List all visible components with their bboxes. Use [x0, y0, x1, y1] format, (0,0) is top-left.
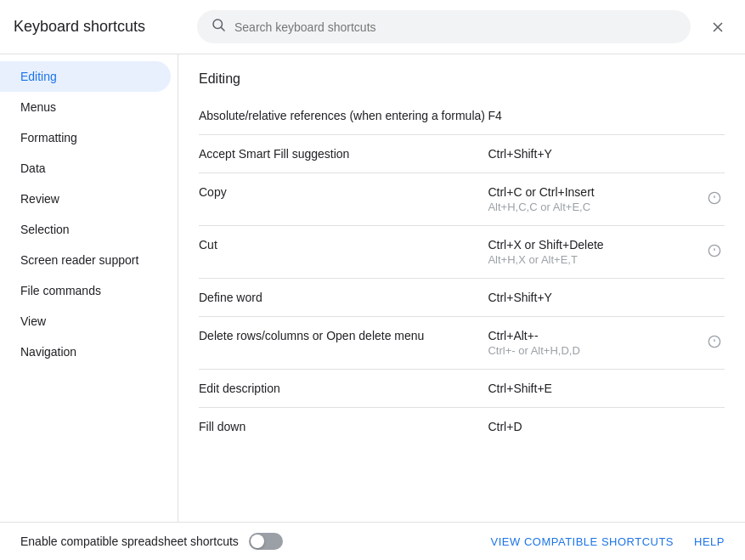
shortcut-name: Fill down	[199, 408, 488, 446]
shortcut-key: Ctrl+Shift+Y	[488, 279, 725, 317]
info-icon[interactable]	[708, 335, 721, 352]
table-row: Define wordCtrl+Shift+Y	[199, 279, 725, 317]
shortcut-key: Ctrl+Alt+-Ctrl+- or Alt+H,D,D	[488, 317, 725, 370]
shortcut-primary-key: Ctrl+C or Ctrl+Insert	[488, 185, 725, 199]
shortcut-name: Cut	[199, 226, 488, 279]
shortcut-key: Ctrl+Shift+Y	[488, 135, 725, 173]
shortcut-key: F4	[488, 97, 725, 135]
table-row: Delete rows/columns or Open delete menuC…	[199, 317, 725, 370]
shortcut-key: Ctrl+X or Shift+DeleteAlt+H,X or Alt+E,T	[488, 226, 725, 279]
shortcut-primary-key: F4	[488, 109, 725, 122]
shortcut-primary-key: Ctrl+Shift+Y	[488, 291, 725, 304]
table-row: Absolute/relative references (when enter…	[199, 97, 725, 135]
toggle-knob	[251, 535, 264, 548]
sidebar: EditingMenusFormattingDataReviewSelectio…	[0, 54, 178, 522]
sidebar-item-screen-reader[interactable]: Screen reader support	[0, 245, 171, 275]
shortcut-name: Copy	[199, 173, 488, 226]
shortcut-key: Ctrl+D	[488, 408, 725, 446]
info-icon[interactable]	[708, 191, 721, 208]
close-button[interactable]	[704, 14, 731, 41]
footer: Enable compatible spreadsheet shortcuts …	[0, 522, 745, 560]
footer-left: Enable compatible spreadsheet shortcuts	[20, 533, 283, 550]
content-area: Editing Absolute/relative references (wh…	[178, 54, 745, 522]
shortcut-primary-key: Ctrl+Alt+-	[488, 329, 725, 342]
section-title: Editing	[199, 54, 725, 97]
shortcut-key: Ctrl+C or Ctrl+InsertAlt+H,C,C or Alt+E,…	[488, 173, 725, 226]
shortcut-name: Absolute/relative references (when enter…	[199, 97, 488, 135]
shortcut-name: Define word	[199, 279, 488, 317]
search-input[interactable]	[234, 20, 677, 34]
table-row: Accept Smart Fill suggestionCtrl+Shift+Y	[199, 135, 725, 173]
shortcut-name: Delete rows/columns or Open delete menu	[199, 317, 488, 370]
table-row: CopyCtrl+C or Ctrl+InsertAlt+H,C,C or Al…	[199, 173, 725, 226]
table-row: CutCtrl+X or Shift+DeleteAlt+H,X or Alt+…	[199, 226, 725, 279]
shortcut-primary-key: Ctrl+X or Shift+Delete	[488, 238, 725, 252]
shortcut-name: Accept Smart Fill suggestion	[199, 135, 488, 173]
sidebar-item-editing[interactable]: Editing	[0, 61, 171, 92]
compatible-shortcuts-toggle[interactable]	[249, 533, 283, 550]
sidebar-item-navigation[interactable]: Navigation	[0, 337, 171, 367]
shortcut-alt-key: Alt+H,X or Alt+E,T	[488, 253, 725, 266]
toggle-label: Enable compatible spreadsheet shortcuts	[20, 535, 239, 548]
shortcut-alt-key: Ctrl+- or Alt+H,D,D	[488, 344, 725, 357]
sidebar-item-data[interactable]: Data	[0, 153, 171, 184]
sidebar-item-selection[interactable]: Selection	[0, 214, 171, 245]
shortcut-primary-key: Ctrl+Shift+E	[488, 382, 725, 395]
table-row: Fill downCtrl+D	[199, 408, 725, 446]
sidebar-item-view[interactable]: View	[0, 306, 171, 337]
sidebar-item-file-commands[interactable]: File commands	[0, 275, 171, 306]
svg-point-0	[213, 20, 223, 29]
sidebar-item-menus[interactable]: Menus	[0, 92, 171, 122]
shortcut-primary-key: Ctrl+Shift+Y	[488, 147, 725, 161]
help-link[interactable]: HELP	[694, 535, 725, 548]
shortcut-alt-key: Alt+H,C,C or Alt+E,C	[488, 201, 725, 213]
header: Keyboard shortcuts	[0, 0, 745, 54]
header-title: Keyboard shortcuts	[14, 18, 183, 36]
shortcut-primary-key: Ctrl+D	[488, 420, 725, 433]
svg-line-1	[221, 27, 224, 31]
shortcuts-table: Absolute/relative references (when enter…	[199, 97, 725, 445]
shortcut-name: Edit description	[199, 370, 488, 408]
info-icon[interactable]	[708, 244, 721, 261]
search-bar	[197, 10, 691, 43]
footer-right: VIEW COMPATIBLE SHORTCUTS HELP	[491, 535, 725, 548]
sidebar-item-review[interactable]: Review	[0, 184, 171, 214]
view-compatible-shortcuts-link[interactable]: VIEW COMPATIBLE SHORTCUTS	[491, 535, 674, 548]
main-content: EditingMenusFormattingDataReviewSelectio…	[0, 54, 745, 522]
shortcut-key: Ctrl+Shift+E	[488, 370, 725, 408]
sidebar-item-formatting[interactable]: Formatting	[0, 122, 171, 153]
search-icon	[211, 17, 226, 37]
table-row: Edit descriptionCtrl+Shift+E	[199, 370, 725, 408]
